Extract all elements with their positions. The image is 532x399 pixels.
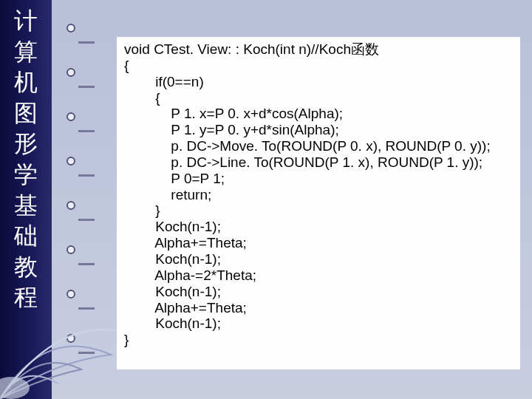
code-line: Alpha-=2*Theta; [124,267,513,284]
banner-char: 图 [14,98,38,129]
code-line: Koch(n-1); [124,219,513,235]
code-content-box: void CTest. View: : Koch(int n)//Koch函数 … [117,37,520,369]
code-line: Alpha+=Theta; [124,300,513,316]
banner-char: 基 [14,191,38,222]
banner-char: 础 [14,221,38,252]
code-line: P 1. x=P 0. x+d*cos(Alpha); [124,106,513,122]
code-line: Koch(n-1); [124,284,513,300]
code-line: return; [124,187,513,203]
code-line: p. DC->Line. To(ROUND(P 1. x), ROUND(P 1… [124,154,513,171]
code-line: if(0==n) [124,74,513,90]
code-line: P 1. y=P 0. y+d*sin(Alpha); [124,122,513,138]
code-line: { [124,90,513,106]
code-line: P 0=P 1; [124,171,513,187]
code-line: p. DC->Move. To(ROUND(P 0. x), ROUND(P 0… [124,138,513,154]
code-line: Koch(n-1); [124,251,513,267]
banner-char: 计 [14,6,38,37]
code-line: } [124,332,513,348]
code-line: Koch(n-1); [124,316,513,332]
banner-char: 机 [14,67,38,98]
code-line: void CTest. View: : Koch(int n)//Koch函数 [124,41,513,58]
code-line: } [124,202,513,219]
svg-point-0 [0,377,30,399]
code-line: Alpha+=Theta; [124,235,513,251]
banner-char: 算 [14,37,38,68]
banner-char: 形 [14,129,38,160]
code-line: { [124,58,513,74]
banner-char: 学 [14,160,38,191]
